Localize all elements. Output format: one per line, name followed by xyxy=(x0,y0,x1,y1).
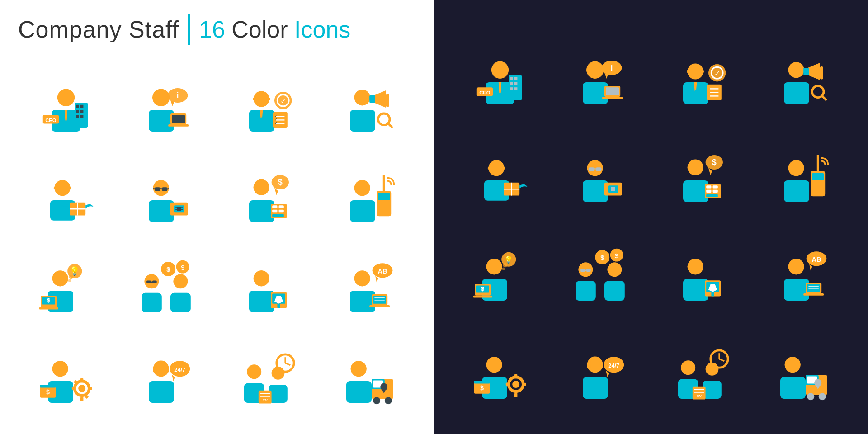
svg-point-152 xyxy=(373,397,380,404)
icon-cell-designer xyxy=(219,244,316,330)
svg-rect-69 xyxy=(279,210,284,212)
svg-text:✓: ✓ xyxy=(280,97,286,105)
svg-point-253 xyxy=(788,259,804,274)
svg-point-191 xyxy=(812,86,824,98)
light-panel: Company Staff 16 Color Icons xyxy=(0,0,434,434)
light-icons-grid: CEO i xyxy=(18,63,416,420)
svg-point-83 xyxy=(69,275,74,279)
svg-text:$: $ xyxy=(600,254,604,261)
svg-text:$: $ xyxy=(480,384,484,392)
icon-hr-dark: CV xyxy=(660,333,742,414)
svg-rect-88 xyxy=(39,307,58,310)
svg-point-281 xyxy=(681,360,695,375)
icon-marketer xyxy=(327,66,409,147)
svg-line-286 xyxy=(719,359,724,361)
svg-point-148 xyxy=(350,361,366,377)
panel-subtitle: 16 Color Icons xyxy=(199,16,350,43)
svg-rect-22 xyxy=(253,98,270,100)
svg-rect-68 xyxy=(272,210,277,212)
svg-text:24/7: 24/7 xyxy=(174,366,185,373)
svg-rect-275 xyxy=(587,363,590,368)
icon-cell-technician-dark: $ xyxy=(452,327,548,421)
svg-rect-266 xyxy=(514,374,517,379)
svg-rect-267 xyxy=(514,393,517,397)
svg-rect-4 xyxy=(76,105,79,108)
icon-support: i xyxy=(126,66,208,147)
dark-panel: CEO i xyxy=(434,0,868,434)
subtitle-icons: Icons xyxy=(288,16,351,42)
icon-cell-call-center-dark: 24/7 xyxy=(553,327,649,421)
icon-cell-investors-dark: $ $ xyxy=(553,228,649,322)
svg-rect-261 xyxy=(803,293,824,296)
svg-point-117 xyxy=(52,361,68,377)
svg-rect-221 xyxy=(792,161,800,167)
svg-rect-178 xyxy=(687,70,704,73)
svg-point-137 xyxy=(247,364,261,379)
svg-rect-202 xyxy=(596,167,602,171)
svg-point-263 xyxy=(486,357,502,373)
svg-rect-42 xyxy=(54,187,71,189)
subtitle-color: Color xyxy=(225,16,288,42)
icon-designer-dark xyxy=(660,235,742,316)
svg-text:$: $ xyxy=(278,178,283,187)
icon-cell-entrepreneur: 💡 $ xyxy=(18,244,114,330)
svg-rect-161 xyxy=(514,77,517,80)
icon-technician: $ xyxy=(25,337,107,418)
svg-rect-106 xyxy=(350,291,375,312)
svg-rect-187 xyxy=(784,82,809,104)
svg-text:AB: AB xyxy=(377,268,387,275)
svg-text:$: $ xyxy=(481,285,484,292)
svg-point-95 xyxy=(173,274,188,288)
svg-rect-276 xyxy=(599,363,603,368)
svg-rect-160 xyxy=(510,77,513,80)
icon-call-center-dark: 24/7 xyxy=(560,333,642,414)
icon-courier xyxy=(25,156,107,237)
svg-point-61 xyxy=(254,179,269,195)
icon-hr: CV xyxy=(226,337,308,418)
svg-point-90 xyxy=(144,274,159,288)
svg-rect-16 xyxy=(168,124,189,127)
svg-rect-168 xyxy=(583,82,608,104)
svg-text:$: $ xyxy=(181,264,184,271)
svg-text:24/7: 24/7 xyxy=(608,362,619,369)
svg-rect-92 xyxy=(152,281,157,283)
svg-point-208 xyxy=(688,160,703,175)
svg-marker-135 xyxy=(172,375,175,381)
svg-text:CV: CV xyxy=(697,394,702,398)
svg-rect-115 xyxy=(369,305,390,307)
svg-rect-216 xyxy=(713,190,718,193)
svg-point-230 xyxy=(502,267,505,270)
svg-rect-165 xyxy=(514,87,517,90)
svg-rect-272 xyxy=(474,381,490,383)
svg-rect-66 xyxy=(272,205,277,208)
svg-rect-199 xyxy=(583,180,608,202)
svg-rect-129 xyxy=(149,381,174,403)
icon-engineer: ✓ ✓ ✓ ✓ xyxy=(226,66,308,147)
svg-rect-100 xyxy=(249,291,274,312)
svg-rect-251 xyxy=(712,292,714,297)
svg-rect-217 xyxy=(706,194,718,197)
svg-rect-189 xyxy=(803,68,809,75)
svg-rect-171 xyxy=(606,87,619,95)
svg-rect-268 xyxy=(506,383,510,386)
svg-rect-122 xyxy=(72,387,76,390)
svg-rect-206 xyxy=(611,187,615,192)
svg-marker-64 xyxy=(274,188,278,195)
svg-rect-164 xyxy=(510,87,513,90)
icon-cell-engineer-dark: ✓ xyxy=(653,32,750,126)
svg-rect-234 xyxy=(473,296,492,298)
svg-point-107 xyxy=(354,270,370,286)
header: Company Staff 16 Color Icons xyxy=(18,14,350,45)
icon-cell-security xyxy=(320,154,416,240)
icon-cell-hr: CV xyxy=(219,335,316,420)
icon-investors: $ $ xyxy=(126,246,208,328)
svg-text:✓: ✓ xyxy=(274,121,278,125)
icon-delivery-dark xyxy=(761,333,843,414)
svg-rect-131 xyxy=(153,368,156,373)
svg-rect-46 xyxy=(149,200,174,222)
svg-text:$: $ xyxy=(166,266,170,273)
icon-cell-courier-dark xyxy=(452,130,548,224)
svg-rect-55 xyxy=(177,207,181,211)
icon-cell-marketer-dark xyxy=(754,32,850,126)
svg-line-142 xyxy=(285,363,290,365)
